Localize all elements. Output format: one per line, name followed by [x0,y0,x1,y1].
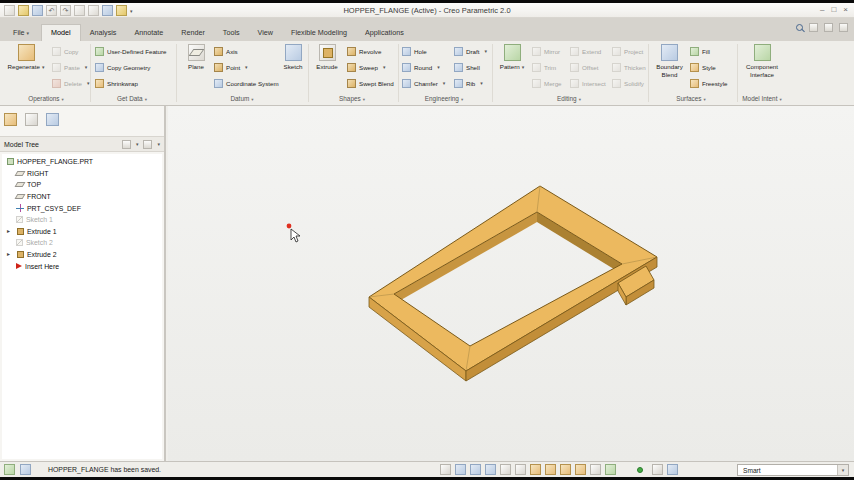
help-icon[interactable] [839,23,848,32]
group-shapes[interactable]: Shapes [339,92,365,105]
point-button[interactable]: Point [214,61,276,73]
delete-button[interactable]: Delete [52,77,90,89]
tab-model[interactable]: Model [41,24,81,41]
coordinate-system-button[interactable]: Coordinate System [214,77,276,89]
extrude-button[interactable]: Extrude [310,43,344,91]
model-inner-wall-left[interactable] [394,212,537,304]
freestyle-button[interactable]: Freestyle [690,77,735,89]
chamfer-button[interactable]: Chamfer [402,77,448,89]
style-button[interactable]: Style [690,61,735,73]
group-editing[interactable]: Editing [557,92,581,105]
named-views-icon[interactable] [500,464,511,475]
zoom-fit-icon[interactable] [485,464,496,475]
tab-render[interactable]: Render [172,25,214,41]
tree-item-right-plane[interactable]: RIGHT [2,168,162,180]
regenerate-button[interactable]: Regenerate [4,43,48,91]
tree-item-top-plane[interactable]: TOP [2,179,162,191]
minimize-button[interactable]: – [820,5,824,14]
tab-applications[interactable]: Applications [356,25,413,41]
rib-button[interactable]: Rib [454,77,490,89]
model-side-face-right[interactable] [466,257,657,381]
window-switch-icon[interactable] [824,23,833,32]
project-button[interactable]: Project [612,45,646,57]
tree-item-sketch-2[interactable]: Sketch 2 [2,237,162,249]
revolve-button[interactable]: Revolve [347,45,396,57]
tab-tools[interactable]: Tools [214,25,249,41]
model-appearance-icon[interactable] [652,464,663,475]
swept-blend-button[interactable]: Swept Blend [347,77,396,89]
tree-columns-caret-icon[interactable]: ▾ [157,141,160,147]
chevron-down-icon[interactable]: ▾ [837,465,848,475]
folder-browser-icon[interactable] [25,113,38,126]
tree-item-sketch-1[interactable]: Sketch 1 [2,214,162,226]
restore-button[interactable]: □ [831,5,836,14]
extend-button[interactable]: Extend [570,45,608,57]
csys-display-icon[interactable] [575,464,586,475]
round-button[interactable]: Round [402,61,448,73]
trim-button[interactable]: Trim [532,61,566,73]
annotation-display-icon[interactable] [590,464,601,475]
tab-annotate[interactable]: Annotate [125,25,172,41]
web-browser-icon[interactable] [20,464,31,475]
zoom-out-icon[interactable] [470,464,481,475]
feature-status-icon[interactable] [4,464,15,475]
zoom-in-icon[interactable] [455,464,466,475]
close-button[interactable]: × [843,5,848,14]
tab-view[interactable]: View [249,25,282,41]
group-surfaces[interactable]: Surfaces [676,92,706,105]
boundary-blend-button[interactable]: Boundary Blend [651,43,688,91]
paste-button[interactable]: Paste [52,61,90,73]
tab-analysis[interactable]: Analysis [81,25,126,41]
tree-item-front-plane[interactable]: FRONT [2,191,162,203]
pattern-button[interactable]: Pattern [495,43,529,91]
display-style-icon[interactable] [515,464,526,475]
group-operations[interactable]: Operations [28,92,64,105]
plane-button[interactable]: Plane [180,43,212,91]
group-get-data[interactable]: Get Data [117,92,147,105]
expand-arrow-icon[interactable]: ▸ [7,249,14,260]
model-tree-toggle-icon[interactable] [4,113,17,126]
file-menu[interactable]: File [4,25,38,41]
axis-button[interactable]: Axis [214,45,276,57]
graphics-toggle-icon[interactable] [667,464,678,475]
3d-model-canvas[interactable] [168,106,854,461]
selection-filter-select[interactable]: Smart ▾ [737,464,849,476]
offset-button[interactable]: Offset [570,61,608,73]
copy-geometry-button[interactable]: Copy Geometry [95,61,173,73]
datum-plane-display-icon[interactable] [530,464,541,475]
expand-arrow-icon[interactable]: ▸ [7,226,14,237]
fill-button[interactable]: Fill [690,45,735,57]
tab-flexible-modeling[interactable]: Flexible Modeling [282,25,356,41]
tree-item-part-root[interactable]: HOPPER_FLANGE.PRT [2,156,162,168]
tree-item-extrude-1[interactable]: ▸ Extrude 1 [2,226,162,238]
spin-center-icon[interactable] [605,464,616,475]
shell-button[interactable]: Shell [454,61,490,73]
ribbon-options-icon[interactable] [809,23,818,32]
group-datum[interactable]: Datum [230,92,253,105]
hole-button[interactable]: Hole [402,45,448,57]
group-engineering[interactable]: Engineering [425,92,463,105]
tree-filter-icon[interactable] [122,140,131,149]
tree-item-extrude-2[interactable]: ▸ Extrude 2 [2,249,162,261]
component-interface-button[interactable]: Component Interface [741,43,783,91]
tree-columns-icon[interactable] [143,140,152,149]
datum-axis-display-icon[interactable] [545,464,556,475]
mirror-button[interactable]: Mirror [532,45,566,57]
shrinkwrap-button[interactable]: Shrinkwrap [95,77,173,89]
user-defined-feature-button[interactable]: User-Defined Feature [95,45,173,57]
command-search-icon[interactable] [796,24,803,31]
tree-filter-caret-icon[interactable]: ▾ [136,141,139,147]
tree-item-insert-here[interactable]: Insert Here [2,260,162,272]
intersect-button[interactable]: Intersect [570,77,608,89]
favorites-icon[interactable] [46,113,59,126]
group-model-intent[interactable]: Model Intent [742,92,781,105]
datum-point-display-icon[interactable] [560,464,571,475]
graphics-viewport[interactable] [168,106,854,461]
tree-item-csys[interactable]: PRT_CSYS_DEF [2,202,162,214]
sketch-button[interactable]: Sketch [278,43,308,91]
sweep-button[interactable]: Sweep [347,61,396,73]
repaint-icon[interactable] [440,464,451,475]
solidify-button[interactable]: Solidify [612,77,646,89]
draft-button[interactable]: Draft [454,45,490,57]
merge-button[interactable]: Merge [532,77,566,89]
